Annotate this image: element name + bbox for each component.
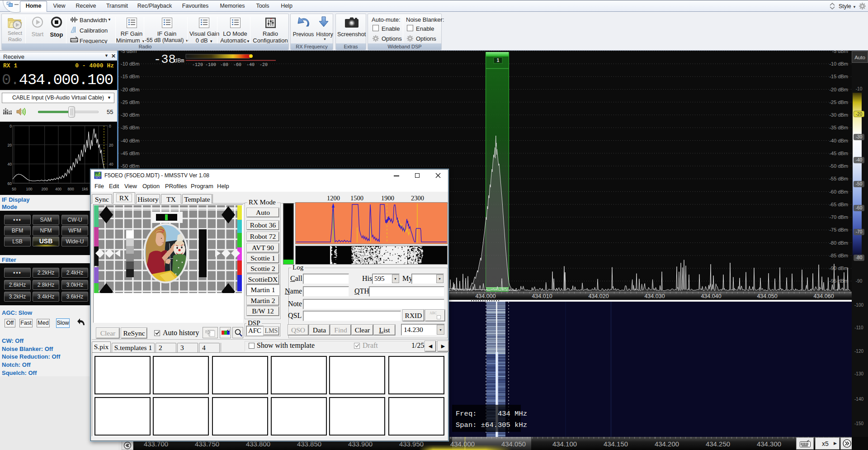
svg-text:0: 0 [9, 124, 12, 128]
svg-text:-80 dBm: -80 dBm [829, 240, 848, 246]
svg-text:-25 dBm: -25 dBm [829, 99, 848, 105]
svg-text:20: 20 [8, 143, 12, 147]
svg-text:-38: -38 [154, 53, 176, 66]
svg-text:40: 40 [8, 162, 12, 166]
svg-text:dBm: dBm [174, 58, 184, 64]
svg-text:800: 800 [68, 187, 74, 191]
svg-text:200: 200 [42, 187, 48, 191]
svg-text:-20 dBm: -20 dBm [121, 87, 140, 92]
svg-text:20: 20 [109, 143, 113, 147]
svg-text:-40: -40 [246, 62, 255, 67]
svg-text:0: 0 [109, 124, 111, 128]
svg-text:-25 dBm: -25 dBm [121, 99, 140, 105]
svg-text:-55 dBm: -55 dBm [829, 176, 848, 181]
svg-text:-15 dBm: -15 dBm [121, 74, 140, 79]
svg-text:40: 40 [109, 162, 113, 166]
svg-text:-5 dBm: -5 dBm [832, 51, 848, 54]
svg-text:-30 dBm: -30 dBm [829, 112, 848, 118]
svg-text:-70 dBm: -70 dBm [829, 214, 848, 220]
svg-text:-35 dBm: -35 dBm [121, 125, 140, 130]
svg-text:-40 dBm: -40 dBm [829, 138, 848, 143]
svg-text:-80: -80 [220, 62, 228, 67]
svg-text:-65 dBm: -65 dBm [829, 202, 848, 207]
svg-text:-45 dBm: -45 dBm [121, 151, 140, 156]
svg-text:Span: ±64.305 kHz: Span: ±64.305 kHz [456, 421, 527, 429]
svg-text:-10 dBm: -10 dBm [121, 61, 140, 66]
svg-text:100: 100 [26, 187, 32, 191]
svg-text:-40 dBm: -40 dBm [121, 138, 140, 143]
svg-text:-60 dBm: -60 dBm [829, 189, 848, 194]
svg-text:-20 dBm: -20 dBm [829, 87, 848, 92]
svg-text:-60: -60 [233, 62, 241, 67]
svg-text:50: 50 [12, 187, 16, 191]
svg-text:-5 dBm: -5 dBm [121, 51, 137, 54]
svg-text:-50 dBm: -50 dBm [829, 163, 848, 169]
svg-text:-50 dBm: -50 dBm [121, 163, 140, 169]
svg-text:-75 dBm: -75 dBm [829, 227, 848, 232]
svg-text:-100: -100 [205, 62, 216, 67]
svg-text:-15 dBm: -15 dBm [829, 74, 848, 79]
svg-text:Freq: 434 MHz: Freq: 434 MHz [456, 410, 527, 418]
svg-text:-90 dBm: -90 dBm [829, 265, 848, 271]
svg-text:-10 dBm: -10 dBm [829, 61, 848, 66]
svg-text:-120: -120 [192, 62, 203, 67]
svg-text:-30 dBm: -30 dBm [121, 112, 140, 118]
svg-text:1: 1 [497, 58, 500, 63]
svg-text:400: 400 [55, 187, 61, 191]
svg-text:1k6: 1k6 [82, 187, 88, 191]
svg-text:-45 dBm: -45 dBm [829, 151, 848, 156]
svg-text:SSTV: SSTV [95, 176, 101, 179]
svg-text:-95 dBm: -95 dBm [829, 278, 848, 284]
svg-text:-85 dBm: -85 dBm [829, 253, 848, 258]
svg-text:60: 60 [8, 181, 12, 186]
svg-text:-35 dBm: -35 dBm [829, 125, 848, 130]
svg-text:-20: -20 [259, 62, 268, 67]
